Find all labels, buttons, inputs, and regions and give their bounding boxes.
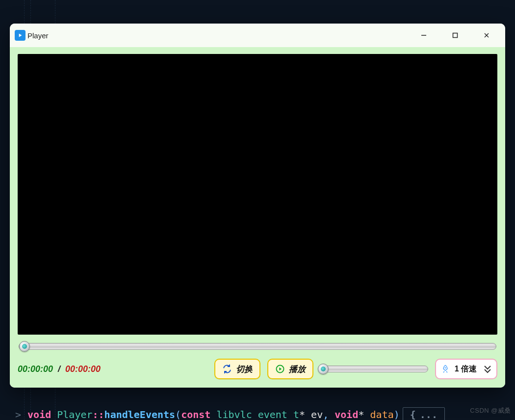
window-title: Player <box>27 31 49 40</box>
speed-selector[interactable]: 1 倍速 <box>435 359 497 379</box>
svg-rect-2 <box>453 33 458 38</box>
seek-slider[interactable] <box>19 341 496 352</box>
titlebar[interactable]: Player <box>10 24 505 47</box>
speed-label: 1 倍速 <box>455 364 477 374</box>
volume-track <box>320 366 428 372</box>
volume-slider[interactable] <box>320 363 428 375</box>
svg-marker-6 <box>279 368 282 371</box>
maximize-button[interactable] <box>439 24 471 47</box>
volume-thumb[interactable] <box>318 364 329 374</box>
seek-row <box>18 341 497 352</box>
video-surface[interactable] <box>18 54 497 335</box>
player-window: Player 00:00:00 / 00:00:00 <box>10 24 505 388</box>
time-display: 00:00:00 / 00:00:00 <box>18 364 101 374</box>
controls-row: 00:00:00 / 00:00:00 切换 播放 <box>18 358 497 380</box>
seek-track <box>19 343 496 350</box>
watermark: CSDN @威桑 <box>470 406 511 415</box>
seek-thumb[interactable] <box>19 341 30 352</box>
switch-button[interactable]: 切换 <box>214 359 260 379</box>
swap-icon <box>222 364 232 374</box>
code-line-bottom: > void Player::handleEvents(const libvlc… <box>15 407 445 420</box>
app-icon <box>15 30 26 41</box>
player-client: 00:00:00 / 00:00:00 切换 播放 <box>10 47 505 388</box>
svg-marker-0 <box>19 34 22 37</box>
rocket-icon <box>441 365 450 373</box>
play-label: 播放 <box>289 364 306 375</box>
close-button[interactable] <box>471 24 502 47</box>
play-button[interactable]: 播放 <box>267 359 313 379</box>
chevron-down-icon <box>482 362 493 376</box>
time-separator: / <box>58 364 60 374</box>
minimize-button[interactable] <box>408 24 439 47</box>
code-fold[interactable]: { ... <box>403 407 445 420</box>
switch-label: 切换 <box>236 364 253 375</box>
play-icon <box>275 364 285 374</box>
window-controls <box>408 24 502 47</box>
time-total: 00:00:00 <box>65 364 101 374</box>
time-current: 00:00:00 <box>18 364 53 374</box>
svg-point-7 <box>444 368 445 368</box>
